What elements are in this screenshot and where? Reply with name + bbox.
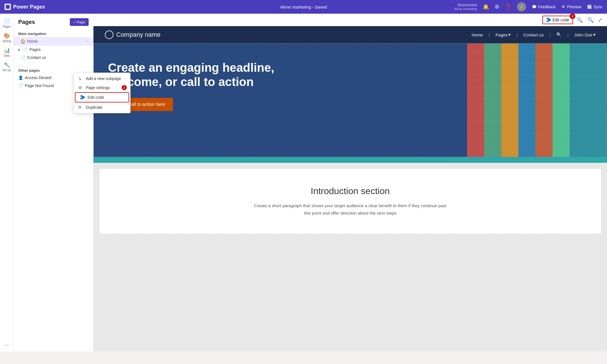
pages-chevron-icon: ▾ bbox=[508, 32, 511, 37]
hero-headline: Create an engaging headline,welcome, or … bbox=[108, 61, 453, 89]
expand-icon: ▶ bbox=[18, 48, 21, 52]
styling-icon: 🎨 bbox=[4, 33, 10, 39]
setup-icon: 🔧 bbox=[4, 62, 10, 68]
page-settings-icon: ⚙ bbox=[78, 85, 83, 90]
app-name: Power Pages bbox=[13, 4, 45, 10]
nav-item-home[interactable]: 🏠 Home ··· bbox=[14, 37, 93, 46]
feedback-button[interactable]: 💬 Feedback bbox=[532, 5, 556, 9]
icon-sidebar: 📄 Pages 🎨 Styling 📊 Data 🔧 Set up ··· bbox=[0, 14, 14, 351]
duplicate-icon: ⧉ bbox=[78, 105, 83, 110]
site-nav: Home | Pages ▾ | Contact us | 🔍 | John D… bbox=[472, 32, 596, 37]
zoom-in-button[interactable]: 🔍 bbox=[575, 16, 584, 24]
context-menu-page-settings-label: Page settings bbox=[86, 85, 93, 90]
main-nav-section: Main navigation bbox=[14, 29, 93, 37]
company-name: Company name bbox=[116, 31, 160, 38]
vscode-icon bbox=[546, 18, 551, 22]
zoom-out-button[interactable]: 🔍 bbox=[586, 16, 595, 24]
logo-square bbox=[5, 4, 11, 10]
context-menu-page-settings[interactable]: ⚙ Page settings 1 bbox=[74, 83, 93, 92]
logo-inner bbox=[6, 5, 10, 9]
context-menu-edit-code[interactable]: Edit code bbox=[75, 92, 93, 102]
preview-button[interactable]: 👁 Preview bbox=[561, 5, 581, 9]
user-chevron-icon: ▾ bbox=[593, 32, 596, 37]
context-menu-add-subpage-label: Add a new subpage bbox=[86, 76, 93, 81]
edit-code-button[interactable]: Edit code 2 bbox=[542, 16, 573, 24]
content-area: Edit code 2 🔍 🔍 ⤢ Company name Home | Pa… bbox=[93, 14, 607, 351]
env-sub: Akme marketing bbox=[454, 7, 477, 11]
pages-panel: Pages + Page Main navigation 🏠 Home ··· … bbox=[14, 14, 93, 351]
intro-text: Create a short paragraph that shows your… bbox=[250, 202, 450, 217]
site-logo: Company name bbox=[105, 30, 160, 39]
edit-code-icon bbox=[80, 95, 85, 100]
sidebar-item-data[interactable]: 📊 Data bbox=[1, 45, 13, 58]
nav-item-pages-label: Pages bbox=[29, 47, 41, 52]
nav-item-pages[interactable]: ▶ 📄 Pages bbox=[14, 46, 93, 54]
context-menu-duplicate[interactable]: ⧉ Duplicate bbox=[74, 102, 93, 112]
sidebar-item-setup[interactable]: 🔧 Set up bbox=[1, 59, 13, 73]
help-icon[interactable]: ❓ bbox=[505, 4, 511, 10]
notifications-icon[interactable]: 🔔 bbox=[483, 4, 489, 10]
preview-icon: 👁 bbox=[561, 5, 565, 9]
environment-block: Environment Akme marketing bbox=[454, 3, 477, 11]
settings-icon[interactable]: ⚙ bbox=[495, 4, 499, 10]
intro-section: Introduction section Create a short para… bbox=[99, 168, 601, 234]
data-icon: 📊 bbox=[4, 47, 10, 54]
top-bar: Power Pages Akme marketing - Saved Envir… bbox=[0, 0, 607, 14]
context-menu-edit-code-label: Edit code bbox=[87, 95, 93, 100]
env-label: Environment bbox=[458, 3, 477, 7]
edit-code-badge: 2 bbox=[570, 14, 575, 19]
sidebar-more-button[interactable]: ··· bbox=[5, 342, 9, 348]
site-nav-search[interactable]: 🔍 bbox=[556, 32, 562, 37]
app-logo: Power Pages bbox=[5, 4, 45, 10]
access-denied-icon: 👤 bbox=[18, 75, 23, 80]
sync-icon: 🔄 bbox=[587, 5, 592, 9]
user-avatar[interactable]: J bbox=[517, 2, 526, 11]
site-nav-home[interactable]: Home bbox=[472, 32, 483, 37]
pages-panel-header: Pages + Page bbox=[14, 14, 93, 29]
site-nav-user[interactable]: John Doe ▾ bbox=[574, 32, 596, 37]
expand-button[interactable]: ⤢ bbox=[597, 16, 604, 24]
feedback-icon: 💬 bbox=[532, 5, 537, 9]
site-logo-circle bbox=[105, 30, 113, 39]
nav-item-page-not-found-label: Page Not Found bbox=[25, 83, 54, 88]
context-menu: ↳ Add a new subpage ⚙ Page settings 1 Ed… bbox=[74, 73, 93, 113]
hero-image-placeholder bbox=[467, 44, 607, 157]
intro-title: Introduction section bbox=[111, 186, 590, 196]
page-icon: 📄 bbox=[23, 47, 28, 52]
site-header: Company name Home | Pages ▾ | Contact us… bbox=[93, 26, 607, 43]
home-icon: 🏠 bbox=[21, 39, 25, 44]
add-subpage-icon: ↳ bbox=[78, 76, 83, 81]
content-toolbar: Edit code 2 🔍 🔍 ⤢ bbox=[93, 14, 607, 26]
pages-panel-title: Pages bbox=[18, 19, 35, 25]
site-nav-contact[interactable]: Contact us bbox=[523, 32, 544, 37]
hero-image bbox=[467, 44, 607, 157]
nav-item-access-denied-label: Access Denied bbox=[25, 75, 51, 80]
doc-title: Akme marketing - Saved bbox=[280, 5, 327, 9]
edit-code-label: Edit code bbox=[553, 18, 569, 22]
top-bar-right: Environment Akme marketing 🔔 ⚙ ❓ J 💬 Fee… bbox=[454, 2, 602, 11]
hero-text: Create an engaging headline,welcome, or … bbox=[94, 44, 467, 157]
context-menu-duplicate-label: Duplicate bbox=[86, 105, 93, 110]
main-layout: 📄 Pages 🎨 Styling 📊 Data 🔧 Set up ··· Pa… bbox=[0, 14, 607, 351]
nav-item-home-label: Home bbox=[27, 39, 38, 44]
sidebar-item-styling[interactable]: 🎨 Styling bbox=[1, 30, 13, 44]
page-not-found-icon: 📄 bbox=[18, 83, 23, 88]
contact-icon: 📄 bbox=[21, 55, 25, 60]
website-canvas: Company name Home | Pages ▾ | Contact us… bbox=[93, 26, 607, 351]
context-menu-add-subpage[interactable]: ↳ Add a new subpage bbox=[74, 74, 93, 83]
nav-item-contact-label: Contact us bbox=[27, 55, 46, 60]
teal-divider bbox=[93, 157, 607, 163]
add-page-button[interactable]: + Page bbox=[70, 18, 89, 26]
nav-item-more-icon[interactable]: ··· bbox=[85, 39, 89, 44]
nav-item-contact[interactable]: 📄 Contact us bbox=[14, 54, 93, 61]
site-nav-pages[interactable]: Pages ▾ bbox=[496, 32, 511, 37]
hero-section: Create an engaging headline,welcome, or … bbox=[93, 43, 607, 157]
pages-icon: 📄 bbox=[4, 18, 10, 24]
sync-button[interactable]: 🔄 Sync bbox=[587, 5, 602, 9]
sidebar-item-pages[interactable]: 📄 Pages bbox=[1, 16, 13, 29]
